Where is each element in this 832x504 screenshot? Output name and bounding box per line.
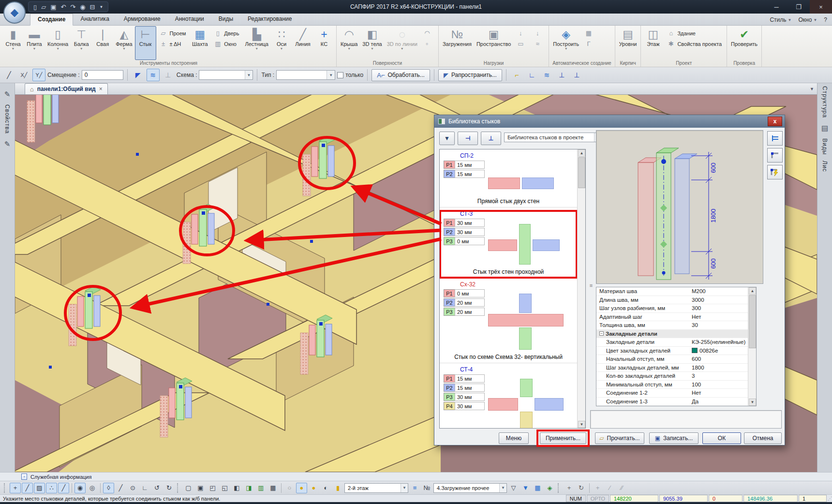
pencil-button[interactable]: ╱ — [2, 69, 15, 81]
model-green-2-button[interactable]: ▥ — [255, 483, 267, 493]
ribbon-button-stairs[interactable]: ▙ Лестница▼ — [242, 26, 271, 60]
redo-icon[interactable]: ↷ — [70, 3, 75, 11]
line-mode-button[interactable]: ╱ — [115, 483, 126, 493]
menu-button[interactable]: Меню — [499, 432, 529, 444]
draw-line-pencil-button[interactable]: ╱ — [22, 483, 33, 493]
ribbon-button-shaft[interactable]: ▦ Шахта — [189, 26, 210, 60]
vertical-joint-type-button[interactable]: ⊣ — [458, 132, 478, 145]
cancel-button[interactable]: Отмена — [744, 432, 782, 444]
ribbon-button-space[interactable]: ▣ Пространство — [474, 26, 513, 60]
dialog-close-button[interactable]: x — [768, 117, 782, 126]
sheets-panel-tab[interactable]: Лис — [821, 161, 828, 172]
view-tab[interactable]: ⌂ панели1:Общий вид × — [25, 83, 108, 94]
model-grid-button[interactable]: ▦ — [267, 483, 279, 493]
rotate-ucs-y-button[interactable]: ↻ — [163, 483, 175, 493]
toolbar-grip[interactable] — [177, 483, 180, 493]
scheme-combo[interactable]: ▼ — [199, 70, 253, 80]
ribbon-button-levels[interactable]: ▤ Уровни — [617, 26, 639, 60]
tab-Виды[interactable]: Виды — [211, 14, 240, 25]
quick-access-toolbar[interactable]: ▯▱▣↶↷◉⊟▼ — [28, 1, 108, 12]
lamp-off-button[interactable]: ○ — [284, 483, 295, 493]
pan-button[interactable]: + — [564, 483, 575, 493]
angle-mode-button[interactable]: ∟ — [139, 483, 150, 493]
ribbon-button-load-cases[interactable]: № Загружения — [440, 26, 474, 60]
ribbon-button-roof[interactable]: ◠ Крыша▼ — [338, 26, 360, 60]
ribbon-button-storey[interactable]: ◫ Этаж — [642, 26, 664, 60]
scroll-down-icon[interactable]: ▼ — [578, 421, 585, 428]
ribbon-button-load-strip[interactable]: ↓ — [515, 29, 529, 38]
ribbon-button-wall[interactable]: ▮ Стена▼ — [2, 26, 24, 60]
style-menu[interactable]: Стиль▼ — [770, 16, 791, 23]
collapse-icon[interactable]: − — [599, 331, 604, 336]
joint-cylinder-button[interactable]: ≋ — [540, 69, 553, 81]
property-row[interactable]: Длина шва, мм 3000 — [596, 296, 748, 305]
minimize-button[interactable]: ─ — [765, 0, 787, 14]
ribbon-button-solid-3d[interactable]: ◧ 3D тела▼ — [360, 26, 384, 60]
filter-button[interactable]: ▼ — [439, 132, 455, 145]
corner-select-button[interactable]: ◤ — [132, 69, 145, 81]
ribbon-button-3d-by-line[interactable]: ◌ 3D по линии▼ — [385, 26, 420, 60]
type-combo[interactable]: ▼ — [276, 70, 335, 80]
properties-panel-tab[interactable]: Свойства — [4, 104, 11, 134]
spread-button[interactable]: ◤Рапространить... — [438, 69, 502, 81]
property-row[interactable]: Кол-во закладных деталей 3 — [596, 372, 748, 381]
apply-check-button[interactable]: ◈ — [544, 483, 555, 493]
library-source-combo[interactable]: Библиотека стыков в проекте ▼ — [504, 133, 603, 142]
ribbon-button-project-properties[interactable]: ✱Свойства проекта — [665, 39, 724, 48]
ribbon-button-truss[interactable]: ◭ Ферма▼ — [113, 26, 134, 60]
property-row[interactable]: Минимальный отступ, мм 100 — [596, 381, 748, 389]
help-button[interactable]: ? — [824, 16, 827, 23]
joint-corner-button[interactable] — [767, 148, 783, 163]
service-info-row[interactable]: ≡ Служебная информация — [0, 472, 832, 481]
close-button[interactable]: × — [810, 0, 832, 14]
layers-button[interactable]: ≡ — [409, 483, 420, 493]
joint-item-Сх-32[interactable]: Сх-32 P10 мм P220 мм P320 мм Стык по схе… — [440, 281, 577, 363]
view-cube-3-button[interactable]: ◰ — [207, 483, 218, 493]
tab-Аннотации[interactable]: Аннотации — [168, 14, 211, 25]
property-row[interactable]: Цвет закладных деталей 00826e — [596, 347, 748, 356]
tab-Аналитика[interactable]: Аналитика — [73, 14, 116, 25]
joint-corner-button[interactable]: ∟ — [525, 69, 538, 81]
app-logo[interactable]: ◆ — [3, 1, 26, 24]
structure-panel-tab[interactable]: Структура — [821, 86, 828, 118]
slope-2-disabled-button[interactable]: ∕∕ — [616, 483, 627, 493]
ribbon-button-crane[interactable]: Γ — [583, 39, 597, 48]
pencil-x-button[interactable]: X╱ — [17, 69, 30, 81]
new-file-icon[interactable]: ▯ — [33, 3, 37, 11]
open-file-icon[interactable]: ▱ — [41, 3, 46, 11]
lamp-small-button[interactable]: ● — [308, 483, 319, 493]
slope-1-disabled-button[interactable]: ∕ — [604, 483, 615, 493]
property-row[interactable]: Толщина шва, мм 30 — [596, 321, 748, 330]
dimension-icon[interactable]: ⊟ — [90, 3, 95, 11]
ribbon-button-pile[interactable]: ∣ Свая — [92, 26, 113, 60]
edit-properties-icon[interactable]: ✎ — [4, 140, 11, 148]
corner-add-button[interactable]: ⊥ — [162, 69, 175, 81]
ribbon-button-load-truck[interactable]: ▭ — [515, 39, 529, 48]
work-plane-button[interactable]: ◊ — [103, 483, 114, 493]
close-view-icon[interactable]: × — [99, 86, 103, 92]
window-menu[interactable]: Окно▼ — [799, 16, 817, 23]
ribbon-button-window[interactable]: ▥Окно — [212, 39, 241, 48]
joint-item-СТ-4[interactable]: СТ-4 P115 мм P215 мм P330 мм P430 мм Сты… — [440, 366, 577, 428]
filter-table-button[interactable]: ▦ — [532, 483, 543, 493]
lock-closed-button[interactable]: ◉ — [74, 483, 86, 493]
ribbon-button-frame-generate[interactable]: ▦ — [583, 29, 597, 38]
apply-button[interactable]: Применить... — [540, 432, 586, 444]
view-cube-1-button[interactable]: ▢ — [183, 483, 194, 493]
maximize-button[interactable]: ❐ — [787, 0, 810, 14]
read-button[interactable]: ▱Прочитать... — [595, 432, 644, 444]
only-checkbox[interactable] — [337, 72, 343, 78]
ribbon-button-ks[interactable]: + КС — [313, 26, 335, 60]
views-panel-tab[interactable]: Виды — [821, 138, 828, 155]
toolbar-grip[interactable] — [4, 483, 7, 493]
circle-mode-button[interactable]: ⊙ — [127, 483, 138, 493]
scroll-up-icon[interactable]: ▲ — [578, 149, 585, 157]
chevron-down-icon[interactable]: ▼ — [100, 5, 104, 9]
ribbon-button-solid-small[interactable]: ▫ — [421, 39, 435, 48]
property-row[interactable]: Адаптивный шаг Нет — [596, 313, 748, 322]
ribbon-button-dome[interactable]: ◠ — [421, 29, 435, 38]
joint-horizontal-seams-button[interactable] — [767, 131, 783, 146]
property-row[interactable]: Шаг узлов разбиения, мм 300 — [596, 304, 748, 313]
view-cube-2-button[interactable]: ▣ — [195, 483, 206, 493]
joint-base-1-button[interactable]: ⊥ — [555, 69, 568, 81]
